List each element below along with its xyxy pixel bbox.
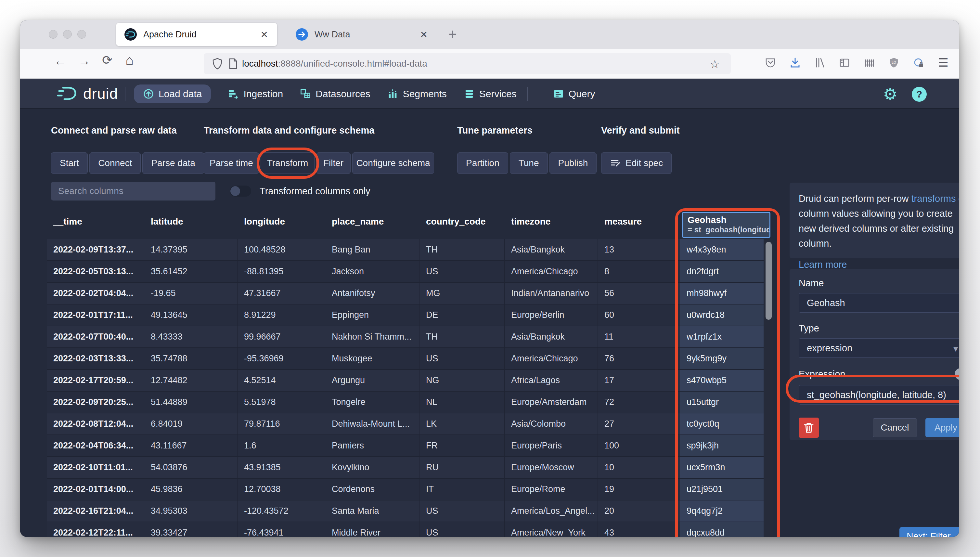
- step-group-title: Transform data and configure schema: [204, 125, 374, 136]
- cell-longitude: 100.48528: [238, 239, 325, 261]
- cell-geohash[interactable]: tc0yct0q: [680, 414, 763, 435]
- transformed-only-toggle[interactable]: [230, 186, 251, 197]
- nav-item-ingestion[interactable]: Ingestion: [228, 88, 283, 99]
- cell-geohash[interactable]: s470wbp5: [680, 370, 763, 392]
- cell-geohash[interactable]: 9q4qg7j2: [680, 500, 763, 522]
- cell-timezone: Europe/Berlin: [505, 305, 598, 326]
- cell-time: 2022-02-10T11:01...: [47, 457, 144, 479]
- shield-icon[interactable]: [212, 58, 223, 70]
- back-icon[interactable]: ←: [54, 54, 66, 68]
- reload-icon[interactable]: ⟳: [102, 53, 112, 67]
- bookmark-star-icon[interactable]: ☆: [710, 57, 720, 70]
- extension-fence-icon[interactable]: [862, 56, 876, 70]
- close-tab-icon[interactable]: ✕: [260, 29, 268, 40]
- column-header-geohash[interactable]: Geohash = st_geohash(longitud: [680, 208, 773, 239]
- toggle-label: Transformed columns only: [260, 186, 370, 197]
- settings-gear-icon[interactable]: ⚙: [883, 86, 897, 103]
- step-button-parse-data[interactable]: Parse data: [142, 152, 204, 174]
- forward-icon[interactable]: →: [78, 54, 90, 68]
- cell-geohash[interactable]: u15uttgr: [680, 392, 763, 414]
- library-icon[interactable]: [813, 56, 827, 70]
- step-button-transform[interactable]: Transform: [260, 152, 314, 174]
- zoom-window-button[interactable]: [77, 30, 86, 39]
- new-tab-button[interactable]: +: [448, 26, 457, 42]
- cell-time: 2022-02-02T04:04...: [47, 283, 144, 305]
- cell-latitude: 39.33427: [144, 522, 238, 537]
- delete-transform-button[interactable]: [799, 418, 819, 438]
- step-button-publish[interactable]: Publish: [549, 152, 597, 174]
- home-icon[interactable]: ⌂: [125, 52, 133, 68]
- pocket-icon[interactable]: [763, 56, 777, 70]
- sidebar-icon[interactable]: [838, 56, 851, 70]
- cell-measure: 72: [598, 392, 680, 414]
- segments-icon: [387, 88, 398, 99]
- extension-lock-icon[interactable]: [912, 56, 925, 70]
- help-icon[interactable]: ?: [912, 87, 927, 102]
- nav-item-query[interactable]: Query: [553, 88, 595, 99]
- minimize-window-button[interactable]: [63, 30, 72, 39]
- nav-item-load-data[interactable]: Load data: [134, 85, 211, 103]
- cell-geohash[interactable]: dqcxu8dd: [680, 522, 763, 537]
- step-button-edit-spec[interactable]: Edit spec: [601, 152, 672, 174]
- nav-item-segments[interactable]: Segments: [387, 88, 447, 99]
- geohash-header-box[interactable]: Geohash = st_geohash(longitud: [682, 212, 770, 238]
- table-row: 2022-02-01T14:00...45.983612.70038Corden…: [47, 479, 773, 500]
- expression-field[interactable]: st_geohash(longitude, latitude, 8): [799, 385, 959, 405]
- cell-longitude: -76.43941: [238, 522, 325, 537]
- next-filter-button[interactable]: Next: Filter: [899, 527, 959, 537]
- tab-ww-data[interactable]: Ww Data ✕: [287, 23, 437, 46]
- step-button-tune[interactable]: Tune: [510, 152, 548, 174]
- cell-geohash[interactable]: ucx5rm3n: [680, 457, 763, 479]
- cell-geohash[interactable]: 9yk5mg9y: [680, 348, 763, 370]
- cell-geohash[interactable]: w4x3y8en: [680, 239, 763, 261]
- step-button-partition[interactable]: Partition: [457, 152, 508, 174]
- transform-description: Druid can perform per-row transforms of …: [799, 191, 959, 251]
- cell-geohash[interactable]: w1rpfz1x: [680, 326, 763, 348]
- transforms-link[interactable]: transforms: [912, 193, 956, 204]
- type-select[interactable]: expression▼: [799, 338, 959, 358]
- window-controls[interactable]: [49, 30, 86, 39]
- cell-geohash[interactable]: u0wrdc18: [680, 305, 763, 326]
- table-row: 2022-02-02T04:04...-19.6547.31667Antanif…: [47, 283, 773, 305]
- cell-time: 2022-02-17T20:59...: [47, 370, 144, 392]
- search-columns-input[interactable]: [51, 182, 215, 200]
- info-icon[interactable]: i: [955, 368, 959, 380]
- cell-geohash[interactable]: mh98hwyf: [680, 283, 763, 305]
- cell-place-name: Tongelre: [325, 392, 420, 414]
- name-field[interactable]: Geohash: [799, 293, 959, 313]
- column-header-longitude[interactable]: longitude: [238, 208, 325, 239]
- cell-geohash[interactable]: u21j9501: [680, 479, 763, 500]
- apply-button[interactable]: Apply: [925, 418, 959, 437]
- tab-apache-druid[interactable]: Apache Druid ✕: [116, 23, 277, 46]
- step-button-start[interactable]: Start: [51, 152, 88, 174]
- cancel-button[interactable]: Cancel: [873, 418, 917, 437]
- column-header-time[interactable]: __time: [47, 208, 144, 239]
- cell-latitude: -19.65: [144, 283, 238, 305]
- page-info-icon[interactable]: [228, 58, 238, 69]
- step-button-configure-schema[interactable]: Configure schema: [352, 152, 434, 174]
- close-tab-icon[interactable]: ✕: [420, 29, 428, 40]
- url-bar[interactable]: localhost:8888/unified-console.html#load…: [204, 53, 731, 74]
- nav-item-datasources[interactable]: Datasources: [300, 88, 370, 99]
- trash-icon: [803, 422, 814, 433]
- cell-geohash[interactable]: sp9jk3jh: [680, 435, 763, 457]
- cell-geohash[interactable]: dn2fdgrt: [680, 261, 763, 283]
- scrollbar-thumb[interactable]: [765, 242, 772, 320]
- column-header-place-name[interactable]: place_name: [325, 208, 420, 239]
- step-button-parse-time[interactable]: Parse time: [204, 152, 259, 174]
- column-header-timezone[interactable]: timezone: [505, 208, 598, 239]
- column-header-measure[interactable]: measure: [598, 208, 680, 239]
- step-button-filter[interactable]: Filter: [316, 152, 351, 174]
- nav-item-services[interactable]: Services: [464, 88, 517, 99]
- downloads-icon[interactable]: [788, 56, 802, 70]
- close-window-button[interactable]: [49, 30, 57, 39]
- druid-logo[interactable]: druid: [57, 85, 118, 103]
- table-scrollbar[interactable]: [764, 239, 773, 537]
- menu-icon[interactable]: ☰: [936, 56, 950, 70]
- step-button-connect[interactable]: Connect: [90, 152, 141, 174]
- cell-latitude: 14.37395: [144, 239, 238, 261]
- column-header-country-code[interactable]: country_code: [420, 208, 505, 239]
- column-header-latitude[interactable]: latitude: [144, 208, 238, 239]
- browser-toolbar: ← → ⟳ ⌂ localhost:8888/unified-console.h…: [20, 49, 959, 79]
- extension-shield-icon[interactable]: LO: [887, 56, 901, 70]
